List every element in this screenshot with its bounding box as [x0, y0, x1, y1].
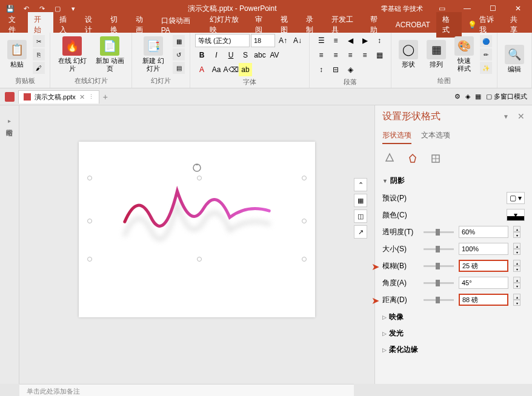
grow-font-icon[interactable]: A↑ — [276, 34, 290, 47]
shape-outline-icon[interactable]: ✏ — [480, 48, 492, 61]
float-tool-1[interactable]: ⌃ — [354, 178, 367, 191]
tab-close-icon[interactable]: ✕ — [79, 93, 85, 101]
angle-input[interactable] — [459, 277, 508, 289]
tab-acrobat[interactable]: ACROBAT — [390, 18, 436, 31]
handle-mr[interactable] — [302, 219, 307, 223]
rotate-handle[interactable] — [192, 163, 202, 173]
quickstyles-button[interactable]: 🎨 快速样式 — [452, 35, 476, 74]
indent-inc-icon[interactable]: ▶ — [358, 34, 371, 47]
shapes-button[interactable]: ◯ 形状 — [396, 39, 421, 70]
paste-button[interactable]: 📋 粘贴 — [5, 39, 29, 70]
blur-input[interactable] — [459, 260, 508, 272]
handle-br[interactable] — [302, 257, 307, 262]
highlight-icon[interactable]: ab — [239, 63, 252, 76]
size-input[interactable] — [459, 243, 508, 255]
smartart-icon[interactable]: ◈ — [344, 63, 357, 76]
layout-icon[interactable]: ▦ — [173, 35, 185, 47]
tab-menu-icon[interactable]: ⋮ — [88, 94, 94, 100]
handle-bl[interactable] — [87, 257, 92, 262]
change-case-icon[interactable]: Aa — [210, 63, 223, 76]
pane-close-icon[interactable]: ✕ — [517, 111, 525, 121]
softedges-section-header[interactable]: ▷ 柔化边缘 — [382, 345, 525, 355]
spin-up[interactable]: ▴ — [513, 294, 520, 300]
tool-icon-1[interactable]: ⚙ — [454, 93, 461, 101]
strike-icon[interactable]: S — [239, 48, 252, 62]
spacing-icon[interactable]: AV — [268, 48, 281, 62]
copy-icon[interactable]: ⎘ — [33, 48, 45, 61]
spin-up[interactable]: ▴ — [513, 226, 520, 232]
font-size-select[interactable] — [251, 34, 275, 47]
font-name-select[interactable] — [195, 34, 250, 47]
distance-input[interactable] — [459, 294, 508, 306]
align-left-icon[interactable]: ≡ — [314, 48, 328, 62]
spin-down[interactable]: ▾ — [513, 300, 520, 306]
clear-format-icon[interactable]: A⌫ — [224, 63, 238, 76]
cut-icon[interactable]: ✂ — [33, 35, 45, 47]
home-icon[interactable] — [5, 92, 15, 102]
redo-icon[interactable]: ↷ — [38, 4, 46, 13]
handle-ml[interactable] — [87, 219, 92, 223]
align-text-icon[interactable]: ⊟ — [329, 63, 342, 76]
text-direction-icon[interactable]: ↕ — [314, 63, 328, 76]
notes-area[interactable]: 单击此处添加备注 — [19, 384, 354, 396]
spin-down[interactable]: ▾ — [513, 266, 520, 272]
save-icon[interactable]: 💾 — [6, 4, 15, 13]
more-icon[interactable]: ▾ — [69, 4, 78, 13]
indent-dec-icon[interactable]: ◀ — [344, 34, 357, 47]
align-center-icon[interactable]: ≡ — [329, 48, 342, 62]
shape-options-tab[interactable]: 形状选项 — [382, 130, 411, 144]
multiwindow-button[interactable]: ▢ 多窗口模式 — [486, 92, 527, 101]
new-slide-button[interactable]: 📑 新建 幻灯片 — [137, 35, 169, 74]
section-icon[interactable]: ▤ — [173, 62, 185, 74]
float-tool-3[interactable]: ◫ — [354, 210, 367, 223]
handle-tl[interactable] — [87, 176, 92, 180]
arrange-button[interactable]: ▦ 排列 — [424, 39, 448, 70]
online-slides-button[interactable]: 🔥 在线 幻灯片 — [55, 35, 89, 74]
effects-icon[interactable] — [405, 151, 420, 166]
blur-slider[interactable] — [424, 265, 454, 267]
angle-slider[interactable] — [424, 282, 454, 284]
glow-section-header[interactable]: ▷ 发光 — [382, 328, 525, 338]
italic-icon[interactable]: I — [210, 48, 223, 62]
slide-canvas[interactable] — [79, 142, 315, 317]
document-tab[interactable]: 演示文稿.pptx ✕ ⋮ — [18, 90, 99, 104]
new-anim-button[interactable]: 📄 新加 动画页 — [93, 35, 127, 74]
shadow-text-icon[interactable]: abc — [253, 48, 267, 62]
handle-bm[interactable] — [197, 257, 202, 262]
undo-icon[interactable]: ↶ — [22, 4, 30, 13]
text-options-tab[interactable]: 文本选项 — [421, 130, 450, 144]
editing-button[interactable]: 🔍 编辑 — [502, 44, 527, 74]
preset-dropdown[interactable]: ▢ ▾ — [507, 192, 525, 204]
transparency-slider[interactable] — [424, 231, 454, 233]
handle-tr[interactable] — [302, 176, 307, 180]
float-tool-2[interactable]: ▦ — [354, 194, 367, 207]
reflection-section-header[interactable]: ▷ 映像 — [382, 312, 525, 322]
align-right-icon[interactable]: ≡ — [344, 48, 357, 62]
size-slider[interactable] — [424, 248, 454, 250]
spin-down[interactable]: ▾ — [513, 283, 520, 289]
transparency-input[interactable] — [459, 226, 508, 238]
shape-effects-icon[interactable]: ✨ — [480, 62, 492, 74]
pane-dropdown-icon[interactable]: ▼ — [503, 113, 509, 120]
underline-icon[interactable]: U — [224, 48, 238, 62]
share-button[interactable]: 共享 — [504, 15, 530, 35]
spin-up[interactable]: ▴ — [513, 277, 520, 283]
fill-line-icon[interactable] — [382, 151, 397, 166]
reset-icon[interactable]: ↺ — [173, 48, 185, 61]
size-props-icon[interactable] — [428, 151, 443, 166]
line-spacing-icon[interactable]: ↕ — [373, 34, 386, 47]
float-tool-4[interactable]: ↗ — [354, 225, 367, 239]
bold-icon[interactable]: B — [195, 48, 208, 62]
handle-tm[interactable] — [197, 176, 202, 180]
tool-icon-3[interactable]: ▦ — [475, 93, 481, 101]
columns-icon[interactable]: ▦ — [373, 48, 386, 62]
format-painter-icon[interactable]: 🖌 — [33, 62, 45, 74]
justify-icon[interactable]: ≡ — [358, 48, 371, 62]
spin-down[interactable]: ▾ — [513, 249, 520, 255]
tellme-search[interactable]: 💡 告诉我 — [462, 15, 504, 35]
color-dropdown[interactable]: ▾ — [507, 209, 525, 221]
shrink-font-icon[interactable]: A↓ — [291, 34, 304, 47]
numbering-icon[interactable]: ≡ — [329, 34, 342, 47]
present-icon[interactable]: ▢ — [53, 4, 62, 13]
new-tab-icon[interactable]: + — [103, 92, 108, 102]
